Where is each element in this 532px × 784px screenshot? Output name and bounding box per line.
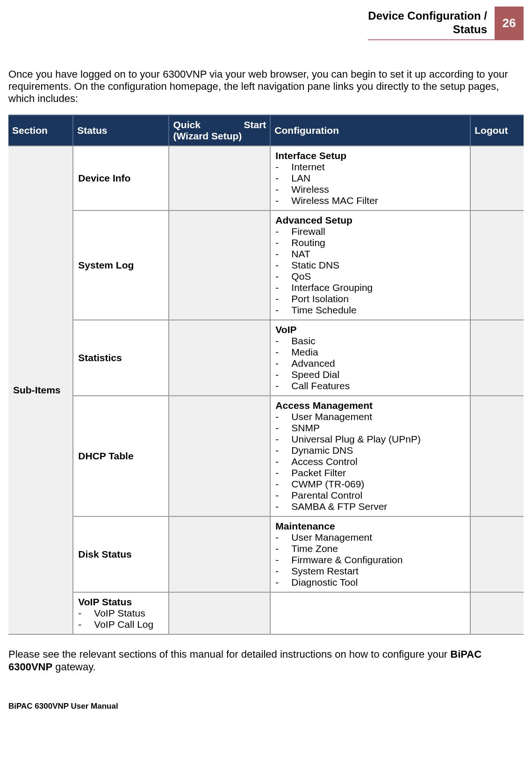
list-item-text: VoIP Call Log	[94, 619, 164, 630]
dash-icon: -	[275, 237, 291, 248]
list-item-text: Access Control	[291, 456, 465, 467]
dash-icon: -	[275, 380, 291, 392]
list-item: -VoIP Call Log	[78, 619, 164, 630]
quick-start-cell	[169, 592, 270, 634]
status-cell: System Log	[73, 211, 169, 320]
col-logout: Logout	[470, 115, 524, 146]
list-item-text: Universal Plug & Play (UPnP)	[291, 434, 465, 445]
dash-icon: -	[275, 445, 291, 456]
list-item: -Time Zone	[275, 543, 465, 554]
table-row: StatisticsVoIP-Basic-Media-Advanced-Spee…	[8, 320, 524, 396]
list-item: -Time Schedule	[275, 305, 465, 316]
list-item-text: Media	[291, 347, 465, 358]
list-item-text: NAT	[291, 248, 465, 260]
footnote-paragraph: Please see the relevant sections of this…	[8, 648, 524, 674]
list-item-text: VoIP Status	[94, 608, 164, 619]
list-item: -Universal Plug & Play (UPnP)	[275, 434, 465, 445]
dash-icon: -	[275, 577, 291, 588]
table-row: VoIP Status-VoIP Status-VoIP Call Log	[8, 592, 524, 634]
quick-start-cell	[169, 146, 270, 211]
quick-start-cell	[169, 320, 270, 396]
quick-start-cell	[169, 516, 270, 592]
col-status: Status	[73, 115, 169, 146]
table-row: Disk StatusMaintenance-User Management-T…	[8, 516, 524, 592]
list-item-text: Packet Filter	[291, 467, 465, 479]
list-item-text: QoS	[291, 271, 465, 282]
list-item-text: Diagnostic Tool	[291, 577, 465, 588]
dash-icon: -	[275, 173, 291, 184]
list-item: -Media	[275, 347, 465, 358]
list-item: -Interface Grouping	[275, 282, 465, 293]
list-item: -SNMP	[275, 422, 465, 434]
list-item-text: System Restart	[291, 566, 465, 577]
config-group-title: Interface Setup	[275, 150, 465, 161]
configuration-cell	[270, 592, 470, 634]
list-item-text: Basic	[291, 335, 465, 347]
list-item-text: Advanced	[291, 358, 465, 369]
dash-icon: -	[275, 456, 291, 467]
logout-cell	[470, 396, 524, 516]
dash-icon: -	[275, 260, 291, 271]
list-item: -Internet	[275, 161, 465, 173]
status-cell: Device Info	[73, 146, 169, 211]
dash-icon: -	[78, 619, 94, 630]
list-item-text: CWMP (TR-069)	[291, 479, 465, 490]
list-item-text: Interface Grouping	[291, 282, 465, 293]
list-item: -QoS	[275, 271, 465, 282]
list-item: -LAN	[275, 173, 465, 184]
list-item: -Routing	[275, 237, 465, 248]
list-item: -CWMP (TR-069)	[275, 479, 465, 490]
dash-icon: -	[275, 532, 291, 543]
dash-icon: -	[275, 305, 291, 316]
dash-icon: -	[275, 543, 291, 554]
table-row: System LogAdvanced Setup-Firewall-Routin…	[8, 211, 524, 320]
quick-start-cell	[169, 211, 270, 320]
configuration-cell: Interface Setup-Internet-LAN-Wireless-Wi…	[270, 146, 470, 211]
list-item-text: Wireless MAC Filter	[291, 195, 465, 206]
list-item-text: Time Schedule	[291, 305, 465, 316]
list-item: -Diagnostic Tool	[275, 577, 465, 588]
list-item: -Firmware & Configuration	[275, 554, 465, 566]
list-item: -Firewall	[275, 226, 465, 237]
logout-cell	[470, 592, 524, 634]
col-quick-start: Quick Start (Wizard Setup)	[169, 115, 270, 146]
status-cell: DHCP Table	[73, 396, 169, 516]
dash-icon: -	[275, 161, 291, 173]
list-item-text: Firmware & Configuration	[291, 554, 465, 566]
list-item: -Access Control	[275, 456, 465, 467]
list-item-text: Parental Control	[291, 490, 465, 501]
dash-icon: -	[275, 335, 291, 347]
list-item-text: Call Features	[291, 380, 465, 392]
page-title: Device Configuration / Status	[368, 7, 495, 40]
list-item-text: Internet	[291, 161, 465, 173]
status-cell: Disk Status	[73, 516, 169, 592]
list-item-text: Dynamic DNS	[291, 445, 465, 456]
dash-icon: -	[275, 248, 291, 260]
col-quick-start-b: Start	[244, 119, 266, 131]
dash-icon: -	[275, 369, 291, 380]
config-group-title: Access Management	[275, 400, 465, 411]
sub-items-label: Sub-Items	[8, 146, 73, 634]
list-item-text: Static DNS	[291, 260, 465, 271]
list-item: -VoIP Status	[78, 608, 164, 619]
list-item: -Static DNS	[275, 260, 465, 271]
dash-icon: -	[275, 226, 291, 237]
list-item: -User Management	[275, 532, 465, 543]
dash-icon: -	[275, 282, 291, 293]
logout-cell	[470, 146, 524, 211]
list-item-text: User Management	[291, 411, 465, 422]
dash-icon: -	[275, 566, 291, 577]
list-item: -SAMBA & FTP Server	[275, 501, 465, 512]
logout-cell	[470, 320, 524, 396]
dash-icon: -	[275, 554, 291, 566]
list-item: -Wireless	[275, 184, 465, 195]
dash-icon: -	[78, 608, 94, 619]
dash-icon: -	[275, 358, 291, 369]
dash-icon: -	[275, 195, 291, 206]
configuration-cell: Advanced Setup-Firewall-Routing-NAT-Stat…	[270, 211, 470, 320]
list-item: -Basic	[275, 335, 465, 347]
list-item-text: Firewall	[291, 226, 465, 237]
list-item-text: Time Zone	[291, 543, 465, 554]
list-item: -Speed Dial	[275, 369, 465, 380]
dash-icon: -	[275, 490, 291, 501]
